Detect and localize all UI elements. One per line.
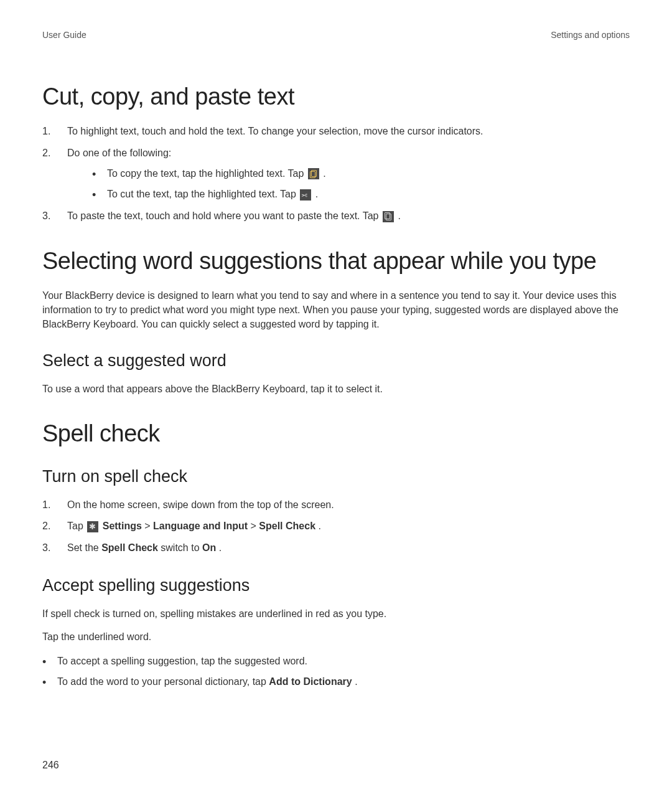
bullet-add-dictionary: To add the word to your personal diction… — [42, 673, 630, 690]
accept-spelling-para1: If spell check is turned on, spelling mi… — [42, 606, 630, 621]
bullet-accept-suggestion: To accept a spelling suggestion, tap the… — [42, 653, 630, 669]
step-paste-pre: To paste the text, touch and hold where … — [67, 210, 381, 221]
bullet-cut: To cut the text, tap the highlighted tex… — [92, 186, 630, 202]
step-highlight-text: To highlight text, touch and hold the te… — [42, 124, 630, 139]
select-suggested-word-para: To use a word that appears above the Bla… — [42, 382, 630, 396]
step-paste-post: . — [398, 210, 400, 221]
bullet-add-pre: To add the word to your personal diction… — [57, 676, 269, 687]
page-header: User Guide Settings and options — [42, 30, 630, 40]
heading-spell-check: Spell check — [42, 420, 630, 447]
paste-icon — [383, 211, 394, 222]
step-paste: To paste the text, touch and hold where … — [42, 209, 630, 224]
page-number: 246 — [42, 760, 59, 771]
step-do-one-of: Do one of the following: To copy the tex… — [42, 146, 630, 202]
step-set-switch: Set the Spell Check switch to On . — [42, 540, 630, 556]
step-tap-settings: Tap Settings > Language and Input > Spel… — [42, 519, 630, 534]
bullet-cut-post: . — [315, 189, 318, 199]
label-add-to-dictionary: Add to Dictionary — [269, 676, 352, 687]
heading-word-suggestions: Selecting word suggestions that appear w… — [42, 248, 630, 275]
accept-spelling-bullets: To accept a spelling suggestion, tap the… — [42, 653, 630, 690]
copy-icon — [308, 168, 319, 179]
accept-spelling-para2: Tap the underlined word. — [42, 630, 630, 644]
document-page: User Guide Settings and options Cut, cop… — [0, 0, 672, 807]
copy-cut-bullets: To copy the text, tap the highlighted te… — [67, 165, 630, 202]
step-tap-post: . — [318, 521, 320, 531]
step-swipe-down: On the home screen, swipe down from the … — [42, 498, 630, 513]
step-set-mid: switch to — [161, 542, 202, 553]
sep2: > — [251, 521, 259, 531]
turn-on-spell-check-steps: On the home screen, swipe down from the … — [42, 498, 630, 556]
bullet-add-post: . — [355, 676, 357, 687]
bullet-copy: To copy the text, tap the highlighted te… — [92, 165, 630, 182]
word-suggestions-para: Your BlackBerry device is designed to le… — [42, 288, 630, 332]
subheading-turn-on-spell-check: Turn on spell check — [42, 467, 630, 486]
header-right: Settings and options — [551, 30, 630, 40]
header-left: User Guide — [42, 30, 86, 40]
label-settings: Settings — [103, 521, 142, 531]
bullet-copy-pre: To copy the text, tap the highlighted te… — [107, 168, 307, 179]
cut-icon — [300, 189, 311, 201]
step-tap-pre: Tap — [67, 521, 86, 531]
label-spell-check-2: Spell Check — [101, 542, 158, 553]
settings-icon — [87, 521, 98, 532]
label-language-input: Language and Input — [153, 521, 248, 531]
heading-cut-copy-paste: Cut, copy, and paste text — [42, 83, 630, 110]
step-do-one-of-text: Do one of the following: — [67, 148, 171, 158]
step-set-post: . — [219, 542, 222, 553]
bullet-copy-post: . — [323, 168, 325, 179]
label-on: On — [202, 542, 216, 553]
cut-copy-paste-steps: To highlight text, touch and hold the te… — [42, 124, 630, 224]
subheading-select-suggested-word: Select a suggested word — [42, 351, 630, 370]
subheading-accept-spelling: Accept spelling suggestions — [42, 576, 630, 595]
label-spell-check: Spell Check — [259, 521, 315, 531]
step-set-pre: Set the — [67, 542, 101, 553]
sep1: > — [144, 521, 153, 531]
bullet-cut-pre: To cut the text, tap the highlighted tex… — [107, 189, 299, 199]
